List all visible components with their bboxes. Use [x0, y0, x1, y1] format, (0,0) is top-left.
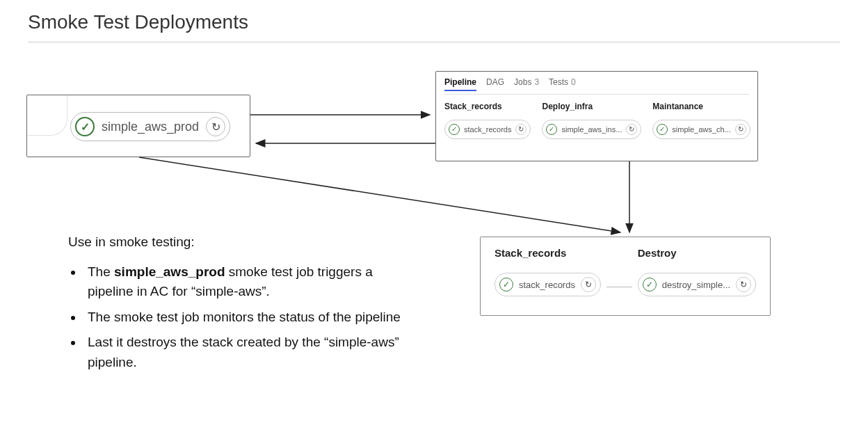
- check-icon: ✓: [657, 124, 668, 135]
- pipeline-stages-destroy: Stack_records ✓ stack_records ↻ Destroy …: [495, 247, 756, 296]
- job-pill-stack-records-2[interactable]: ✓ stack_records ↻: [495, 273, 601, 296]
- decorative-corner: [27, 95, 67, 136]
- check-icon: ✓: [449, 124, 460, 135]
- job-pill-deploy-infra[interactable]: ✓ simple_aws_ins... ↻: [542, 120, 641, 139]
- job-label: simple_aws_ins...: [561, 125, 622, 134]
- title-divider: [28, 42, 840, 42]
- pipeline-box-destroy: Stack_records ✓ stack_records ↻ Destroy …: [480, 237, 771, 316]
- retry-icon[interactable]: ↻: [626, 124, 637, 135]
- bullet-text: The: [88, 264, 114, 279]
- smoke-job-box: ✓ simple_aws_prod ↻: [26, 95, 250, 157]
- diagram-page: Smoke Test Deployments ✓ simple_aws_prod…: [0, 0, 868, 423]
- explain-list: The simple_aws_prod smoke test job trigg…: [68, 262, 416, 373]
- explanation-text: Use in smoke testing: The simple_aws_pro…: [68, 232, 416, 378]
- check-icon: ✓: [643, 278, 657, 292]
- job-pill-maintenance[interactable]: ✓ simple_aws_ch... ↻: [652, 120, 750, 139]
- tab-dag[interactable]: DAG: [486, 77, 504, 90]
- stage-header: Stack_records: [495, 247, 601, 259]
- tab-tests[interactable]: Tests 0: [549, 77, 576, 90]
- explain-lead: Use in smoke testing:: [68, 232, 416, 253]
- list-item: The simple_aws_prod smoke test job trigg…: [83, 262, 416, 302]
- list-item: The smoke test job monitors the status o…: [83, 308, 416, 328]
- smoke-job-pill[interactable]: ✓ simple_aws_prod ↻: [70, 112, 230, 141]
- tab-tests-label: Tests: [549, 77, 568, 87]
- stage-deploy-infra: Deploy_infra ✓ simple_aws_ins... ↻: [542, 102, 641, 139]
- pipeline-stages: Stack_records ✓ stack_records ↻ Deploy_i…: [444, 102, 749, 139]
- stage-destroy: Destroy ✓ destroy_simple... ↻: [638, 247, 756, 296]
- tab-jobs-count: 3: [534, 77, 539, 87]
- tab-tests-count: 0: [571, 77, 576, 87]
- check-icon: ✓: [546, 124, 557, 135]
- bullet-text: The smoke test job monitors the status o…: [88, 310, 401, 324]
- bullet-bold: simple_aws_prod: [114, 264, 225, 279]
- retry-icon[interactable]: ↻: [581, 277, 596, 292]
- tab-dag-label: DAG: [486, 77, 504, 87]
- list-item: Last it destroys the stack created by th…: [83, 333, 416, 372]
- check-icon: ✓: [75, 117, 95, 136]
- check-icon: ✓: [499, 278, 513, 292]
- tab-pipeline-label: Pipeline: [444, 77, 476, 87]
- job-pill-destroy[interactable]: ✓ destroy_simple... ↻: [638, 273, 756, 296]
- job-label: stack_records: [464, 125, 511, 134]
- page-title: Smoke Test Deployments: [28, 11, 248, 33]
- bullet-text: Last it destroys the stack created by th…: [88, 335, 399, 369]
- retry-icon[interactable]: ↻: [515, 124, 527, 135]
- stage-header: Destroy: [638, 247, 756, 259]
- stage-header: Stack_records: [444, 102, 531, 111]
- job-label: stack_records: [519, 280, 575, 290]
- retry-icon[interactable]: ↻: [206, 117, 225, 136]
- stage-header: Deploy_infra: [542, 102, 641, 111]
- stage-stack-records-2: Stack_records ✓ stack_records ↻: [495, 247, 601, 296]
- retry-icon[interactable]: ↻: [735, 124, 746, 135]
- pipeline-box-deploy: Pipeline DAG Jobs 3 Tests 0 Stack_record…: [435, 71, 758, 161]
- smoke-job-label: simple_aws_prod: [102, 120, 199, 134]
- job-pill-stack-records[interactable]: ✓ stack_records ↻: [444, 120, 531, 139]
- tab-pipeline[interactable]: Pipeline: [444, 77, 476, 91]
- pipeline-tabs: Pipeline DAG Jobs 3 Tests 0: [444, 77, 749, 95]
- tab-jobs-label: Jobs: [514, 77, 531, 87]
- tab-jobs[interactable]: Jobs 3: [514, 77, 539, 90]
- stage-stack-records: Stack_records ✓ stack_records ↻: [444, 102, 531, 139]
- svg-line-3: [139, 157, 620, 232]
- job-label: simple_aws_ch...: [672, 125, 730, 134]
- stage-header: Maintanance: [652, 102, 750, 111]
- stage-connector: [606, 287, 632, 287]
- job-label: destroy_simple...: [662, 280, 730, 290]
- retry-icon[interactable]: ↻: [736, 277, 751, 292]
- stage-maintenance: Maintanance ✓ simple_aws_ch... ↻: [652, 102, 750, 139]
